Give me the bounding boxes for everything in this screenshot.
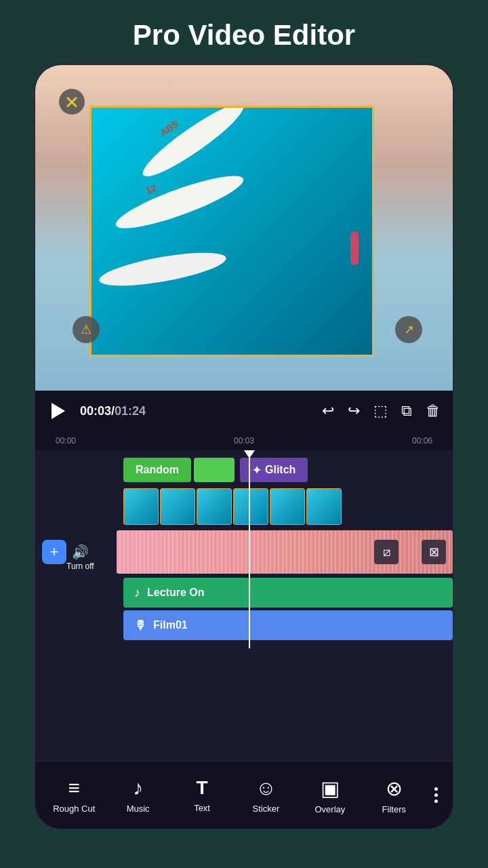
audio-clip-bg[interactable]: ⧄ ⊠ xyxy=(117,530,453,574)
video-clips-container xyxy=(123,488,342,525)
more-dot-1 xyxy=(434,787,438,791)
surf-boards-content: ABS 12 xyxy=(92,108,372,355)
time-ruler: 00:00 00:03 00:06 xyxy=(35,431,453,450)
music-clip-label: Lecture On xyxy=(147,587,204,599)
ruler-marks: 00:00 00:03 00:06 xyxy=(42,436,446,446)
turn-off-label: Turn off xyxy=(66,561,94,571)
music-icon: ♪ xyxy=(133,776,143,800)
more-dot-2 xyxy=(434,793,438,797)
video-preview: ABS 12 ⚠ ↗ xyxy=(35,65,453,391)
filters-label: Filters xyxy=(382,804,406,814)
video-clip-2[interactable] xyxy=(160,488,195,525)
ruler-mark-0: 00:00 xyxy=(56,436,76,446)
text-label: Text xyxy=(194,803,210,813)
time-display: 00:03/01:24 xyxy=(80,404,311,418)
video-clip-4[interactable] xyxy=(233,488,268,525)
controls-bar: 00:03/01:24 ↩ ↪ ⬚ ⧉ 🗑 xyxy=(35,391,453,431)
main-audio-track-row: + 🔊 Turn off ⧄ ⊠ xyxy=(35,529,453,575)
current-time: 00:03 xyxy=(80,404,111,418)
video-clip-6[interactable] xyxy=(306,488,342,525)
video-clip-3[interactable] xyxy=(197,488,232,525)
copy-button[interactable]: ⧉ xyxy=(401,402,412,420)
play-button[interactable] xyxy=(47,400,69,422)
volume-control[interactable]: 🔊 Turn off xyxy=(72,544,89,560)
rough-cut-label: Rough Cut xyxy=(53,804,95,814)
music-label: Music xyxy=(127,804,150,814)
sticker-icon: ☺ xyxy=(256,776,277,800)
add-track-button[interactable]: + xyxy=(42,540,66,564)
delete-button[interactable]: 🗑 xyxy=(426,402,441,420)
ruler-mark-2: 00:06 xyxy=(412,436,432,446)
music-track: ♪ Lecture On xyxy=(35,578,453,608)
tool-filters[interactable]: ⊗ Filters xyxy=(370,776,418,814)
move-handle[interactable]: ⚠ xyxy=(73,316,100,343)
overlay-icon: ▣ xyxy=(321,776,340,800)
board-text-1: ABS xyxy=(158,118,180,138)
phone-frame: ABS 12 ⚠ ↗ 00:03/01:24 ↩ ↪ ⬚ ⧉ 🗑 xyxy=(34,64,454,830)
audio-split-icon[interactable]: ⊠ xyxy=(422,540,446,564)
glitch-label: Glitch xyxy=(265,464,296,476)
surfboard-1 xyxy=(136,106,250,184)
filters-icon: ⊗ xyxy=(386,776,403,800)
glitch-sparkle-icon: ✦ xyxy=(252,464,261,477)
audio-mute-icon[interactable]: ⧄ xyxy=(374,540,399,564)
swimmer-figure xyxy=(350,231,359,265)
glitch-effect[interactable]: ✦ Glitch xyxy=(240,458,308,482)
surfboard-3 xyxy=(97,246,228,292)
tool-rough-cut[interactable]: ≡ Rough Cut xyxy=(50,776,98,814)
mic-icon: 🎙 xyxy=(134,618,146,633)
playhead-indicator xyxy=(244,450,255,458)
tool-overlay[interactable]: ▣ Overlay xyxy=(306,776,354,814)
video-clip-5[interactable] xyxy=(270,488,305,525)
rough-cut-icon: ≡ xyxy=(68,776,80,800)
tool-text[interactable]: T Text xyxy=(178,777,226,813)
tool-music[interactable]: ♪ Music xyxy=(115,776,162,814)
sticker-overlay[interactable]: ABS 12 xyxy=(89,106,374,357)
playhead xyxy=(249,450,250,648)
close-sticker-button[interactable] xyxy=(59,89,85,115)
redo-button[interactable]: ↪ xyxy=(348,402,360,420)
voice-track: 🎙 Film01 xyxy=(35,610,453,640)
crop-button[interactable]: ⬚ xyxy=(373,402,388,420)
voice-clip[interactable]: 🎙 Film01 xyxy=(123,610,453,640)
more-options-button[interactable] xyxy=(434,787,438,803)
video-clips-track xyxy=(35,487,453,526)
music-clip[interactable]: ♪ Lecture On xyxy=(123,578,453,608)
board-text-2: 12 xyxy=(144,182,158,196)
random-effect[interactable]: Random xyxy=(123,458,191,482)
resize-handle[interactable]: ↗ xyxy=(395,316,422,343)
video-clip-1[interactable] xyxy=(123,488,159,525)
tracks-container: Random ✦ Glitch xyxy=(35,450,453,648)
sticker-label: Sticker xyxy=(253,804,280,814)
track-controls: + 🔊 Turn off xyxy=(35,540,117,564)
ruler-mark-1: 00:03 xyxy=(234,436,254,446)
audio-waveform xyxy=(117,530,453,574)
total-time: 01:24 xyxy=(115,404,146,418)
control-icons: ↩ ↪ ⬚ ⧉ 🗑 xyxy=(322,402,441,420)
voice-clip-label: Film01 xyxy=(153,619,188,631)
app-title: Pro Video Editor xyxy=(0,0,488,64)
tool-sticker[interactable]: ☺ Sticker xyxy=(242,776,289,814)
overlay-label: Overlay xyxy=(314,804,345,814)
bottom-toolbar: ≡ Rough Cut ♪ Music T Text ☺ Sticker ▣ O… xyxy=(35,761,453,829)
effect-extension xyxy=(194,458,235,482)
more-dot-3 xyxy=(434,800,438,803)
audio-clip-track: ⧄ ⊠ xyxy=(117,530,453,574)
text-icon: T xyxy=(196,777,207,799)
timeline-section: 00:00 00:03 00:06 Random ✦ Glitch xyxy=(35,431,453,761)
undo-button[interactable]: ↩ xyxy=(322,402,334,420)
play-icon xyxy=(52,403,65,419)
effect-track: Random ✦ Glitch xyxy=(35,456,453,484)
surfboard-2 xyxy=(112,167,248,237)
music-note-icon: ♪ xyxy=(134,586,140,600)
